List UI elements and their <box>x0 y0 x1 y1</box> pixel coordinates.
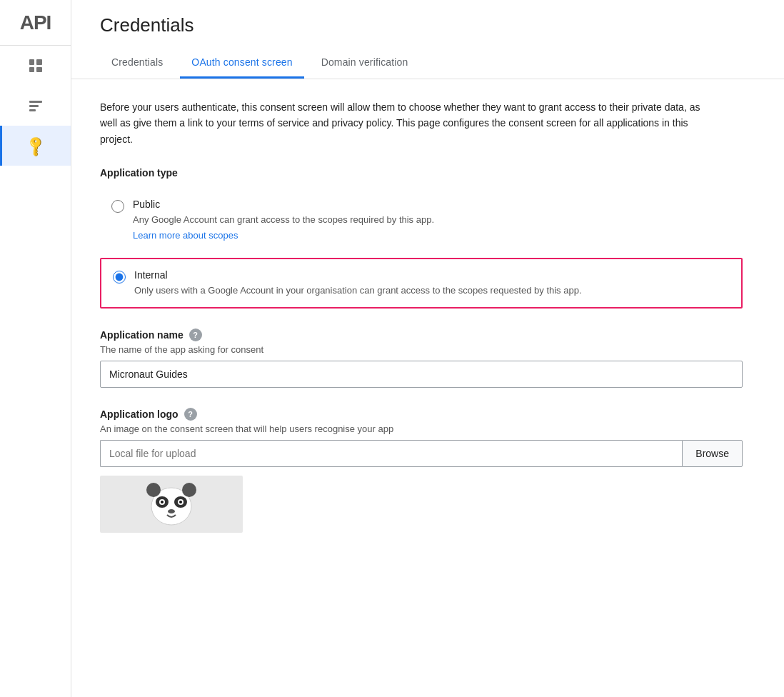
sidebar-item-usage[interactable] <box>0 86 71 126</box>
svg-point-9 <box>168 509 175 513</box>
file-input-row: Browse <box>100 440 743 467</box>
panda-preview-svg <box>143 479 200 529</box>
learn-more-scopes-link[interactable]: Learn more about scopes <box>133 230 434 241</box>
radio-option-internal: Internal Only users with a Google Accoun… <box>100 258 743 309</box>
sidebar-logo: API <box>0 0 71 46</box>
tab-credentials[interactable]: Credentials <box>100 48 174 79</box>
tabs-nav: Credentials OAuth consent screen Domain … <box>100 48 755 79</box>
radio-internal-title: Internal <box>134 269 582 281</box>
svg-point-8 <box>179 501 182 503</box>
app-name-help-icon[interactable]: ? <box>189 329 202 341</box>
api-logo: API <box>20 11 51 34</box>
app-name-section: Application name ? The name of the app a… <box>100 329 743 388</box>
app-name-label-text: Application name <box>100 329 184 341</box>
bars-icon <box>29 101 42 111</box>
tab-oauth[interactable]: OAuth consent screen <box>180 48 303 79</box>
radio-internal[interactable] <box>113 271 126 284</box>
svg-point-1 <box>146 483 161 497</box>
radio-public-desc: Any Google Account can grant access to t… <box>133 213 434 227</box>
page-title: Credentials <box>100 14 755 36</box>
radio-internal-desc: Only users with a Google Account in your… <box>134 284 582 298</box>
logo-preview <box>100 476 243 533</box>
radio-public-label-block: Public Any Google Account can grant acce… <box>133 199 434 241</box>
radio-internal-label-block: Internal Only users with a Google Accoun… <box>134 269 582 298</box>
main-header: Credentials Credentials OAuth consent sc… <box>71 0 784 79</box>
application-type-label: Application type <box>100 167 755 179</box>
sidebar-item-dashboard[interactable] <box>0 46 71 86</box>
sidebar-item-credentials[interactable]: 🔑 <box>0 126 71 166</box>
app-name-sublabel: The name of the app asking for consent <box>100 344 743 355</box>
svg-point-2 <box>182 483 196 497</box>
radio-public[interactable] <box>111 200 124 213</box>
app-logo-label: Application logo ? <box>100 408 743 421</box>
app-logo-sublabel: An image on the consent screen that will… <box>100 423 743 434</box>
app-name-input[interactable] <box>100 361 743 388</box>
file-path-input[interactable] <box>100 440 682 467</box>
app-logo-label-text: Application logo <box>100 408 179 420</box>
browse-button[interactable]: Browse <box>682 440 743 467</box>
app-logo-help-icon[interactable]: ? <box>184 408 197 421</box>
app-name-label: Application name ? <box>100 329 743 341</box>
key-icon: 🔑 <box>23 134 48 159</box>
app-logo-section: Application logo ? An image on the conse… <box>100 408 743 533</box>
radio-public-title: Public <box>133 199 434 210</box>
description-text: Before your users authenticate, this con… <box>100 99 714 147</box>
main-content: Credentials Credentials OAuth consent sc… <box>71 0 784 697</box>
content-area: Before your users authenticate, this con… <box>71 79 784 697</box>
radio-option-public: Public Any Google Account can grant acce… <box>100 190 743 249</box>
tab-domain[interactable]: Domain verification <box>310 48 420 79</box>
diamond-icon <box>29 59 42 72</box>
svg-point-7 <box>161 501 164 503</box>
sidebar: API 🔑 <box>0 0 71 697</box>
